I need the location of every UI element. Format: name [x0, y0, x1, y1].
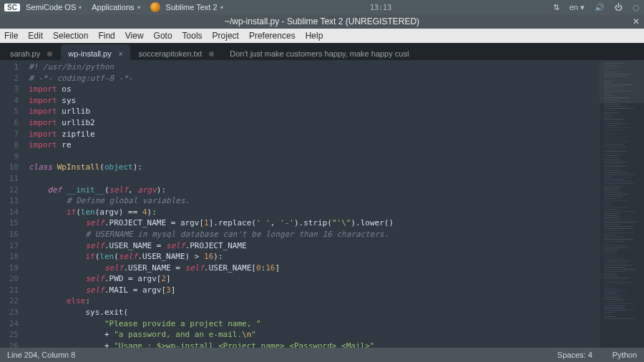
code-line[interactable]: class WpInstall(object): — [29, 162, 600, 173]
power-icon[interactable]: ⏻ — [615, 3, 623, 11]
code-line[interactable]: # -*- coding:utf-8 -*- — [29, 73, 600, 84]
code-line[interactable]: else: — [29, 295, 600, 307]
code-line[interactable]: #! /usr/bin/python — [29, 62, 600, 73]
tab-label: wp-install.py — [68, 49, 112, 58]
applications-label: Applications — [92, 3, 134, 11]
code-line[interactable]: self.PROJECT_NAME = argv[1].replace(' ',… — [29, 217, 600, 229]
distro-menu[interactable]: SemiCode OS ▾ — [26, 3, 82, 11]
minimap[interactable] — [600, 60, 644, 348]
chevron-down-icon: ▾ — [137, 4, 140, 11]
tab[interactable]: soccerapitoken.txt — [132, 44, 222, 60]
session-icon[interactable]: ◌ — [633, 3, 640, 12]
menu-edit[interactable]: Edit — [28, 31, 43, 41]
code-line[interactable]: self.USER_NAME = self.USER_NAME[0:16] — [29, 263, 600, 274]
menu-help[interactable]: Help — [306, 31, 323, 41]
code-line[interactable]: self.PWD = argv[2] — [29, 273, 600, 285]
chevron-down-icon: ▾ — [220, 4, 223, 11]
menu-tools[interactable]: Tools — [182, 31, 203, 41]
code-line[interactable]: self.MAIL = argv[3] — [29, 285, 600, 296]
menu-project[interactable]: Project — [213, 31, 239, 41]
running-app-label: Sublime Text 2 — [166, 3, 218, 11]
tab[interactable]: sarah.py — [3, 44, 59, 60]
code-line[interactable]: import os — [29, 84, 600, 95]
minimap-content — [604, 63, 640, 345]
code-line[interactable]: def __init__(self, argv): — [29, 185, 600, 196]
code-line[interactable]: if(len(self.USER_NAME) > 16): — [29, 251, 600, 263]
code-line[interactable]: + "Usage : $>wp-install <Project name> <… — [29, 341, 600, 348]
code-line[interactable] — [29, 151, 600, 162]
menu-find[interactable]: Find — [98, 31, 114, 41]
menu-file[interactable]: File — [4, 31, 18, 41]
editor-area: 1234567891011121314151617181920212223242… — [0, 60, 644, 348]
indent-setting[interactable]: Spaces: 4 — [557, 351, 592, 359]
code-line[interactable]: "Please provide a project name, " — [29, 318, 600, 330]
code-line[interactable]: + "a password, and an e-mail.\n" — [29, 329, 600, 341]
code-line[interactable]: # USERNAME in mysql database can't be lo… — [29, 229, 600, 240]
tabbar: sarah.pywp-install.py×soccerapitoken.txt… — [0, 43, 644, 60]
volume-icon[interactable]: 🔊 — [595, 3, 605, 12]
dirty-indicator-icon[interactable] — [47, 52, 52, 57]
code-line[interactable]: import urllib — [29, 106, 600, 117]
tab[interactable]: Don't just make customers happy, make ha… — [223, 44, 409, 60]
lang-label: en — [570, 3, 578, 11]
code-line[interactable]: if(len(argv) == 4): — [29, 207, 600, 218]
net-indicator-icon[interactable]: ⇅ — [553, 3, 560, 12]
tab-label: sarah.py — [10, 49, 40, 58]
applications-menu[interactable]: Applications ▾ — [92, 3, 140, 11]
chevron-down-icon: ▾ — [79, 4, 82, 11]
cursor-position[interactable]: Line 204, Column 8 — [7, 351, 75, 359]
code-line[interactable]: import sys — [29, 95, 600, 107]
tab[interactable]: wp-install.py× — [61, 44, 130, 60]
close-tab-icon[interactable]: × — [119, 50, 123, 58]
line-gutter: 1234567891011121314151617181920212223242… — [0, 60, 24, 348]
running-app[interactable]: Sublime Text 2 ▾ — [150, 2, 223, 12]
code-line[interactable]: # Define global variables. — [29, 195, 600, 207]
tab-label: soccerapitoken.txt — [139, 49, 203, 58]
menu-preferences[interactable]: Preferences — [249, 31, 296, 41]
menu-selection[interactable]: Selection — [53, 31, 88, 41]
syntax-setting[interactable]: Python — [613, 351, 637, 359]
code-line[interactable]: import urllib2 — [29, 117, 600, 129]
sublime-icon — [150, 2, 160, 12]
code-line[interactable]: import re — [29, 140, 600, 151]
clock[interactable]: 13:13 — [370, 4, 391, 11]
code-line[interactable]: self.USER_NAME = self.PROJECT_NAME — [29, 240, 600, 252]
lang-indicator[interactable]: en ▾ — [570, 3, 585, 12]
menu-goto[interactable]: Goto — [154, 31, 172, 41]
distro-label: SemiCode OS — [26, 3, 76, 11]
distro-logo: SC — [4, 4, 20, 11]
menu-view[interactable]: View — [125, 31, 144, 41]
statusbar: Line 204, Column 8 Spaces: 4 Python — [0, 348, 644, 362]
code-line[interactable] — [29, 173, 600, 185]
code-view[interactable]: #! /usr/bin/python# -*- coding:utf-8 -*-… — [24, 60, 600, 348]
tab-label: Don't just make customers happy, make ha… — [230, 49, 409, 58]
window-title: ~/wp-install.py - Sublime Text 2 (UNREGI… — [225, 16, 419, 26]
code-line[interactable]: import zipfile — [29, 129, 600, 140]
dirty-indicator-icon[interactable] — [209, 52, 214, 57]
app-menu: FileEditSelectionFindViewGotoToolsProjec… — [0, 29, 644, 43]
window-titlebar: ~/wp-install.py - Sublime Text 2 (UNREGI… — [0, 14, 644, 29]
close-icon[interactable]: ✕ — [633, 16, 640, 26]
os-panel: SC SemiCode OS ▾ Applications ▾ Sublime … — [0, 0, 644, 14]
code-line[interactable]: sys.exit( — [29, 307, 600, 318]
